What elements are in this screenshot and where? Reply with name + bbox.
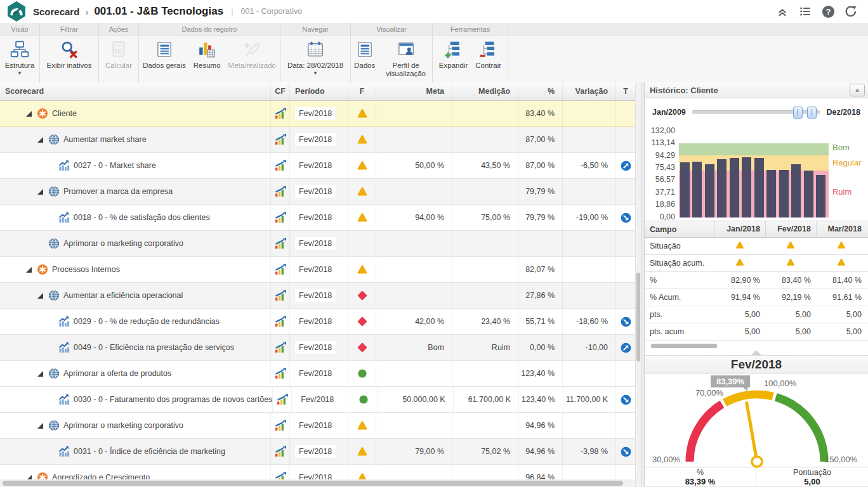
profile-window-icon <box>397 39 416 60</box>
trend-down-icon[interactable] <box>621 394 631 405</box>
table-row[interactable]: Aumentar a eficiência operacionalFev/201… <box>0 283 635 309</box>
horizontal-scrollbar[interactable] <box>0 479 635 487</box>
trend-down-icon[interactable] <box>621 446 631 457</box>
cf-chart-icon[interactable] <box>276 393 289 406</box>
contrair-button[interactable]: Contrair <box>472 39 504 70</box>
tree-expander-icon[interactable] <box>37 423 43 429</box>
cf-chart-icon[interactable] <box>274 419 287 432</box>
tree-expander-icon[interactable] <box>37 137 43 143</box>
resumo-button[interactable]: Resumo <box>190 39 224 70</box>
horizontal-scrollbar-thumb[interactable] <box>3 481 623 486</box>
period-cell: Fev/2018 <box>290 179 348 204</box>
refresh-icon[interactable] <box>844 4 858 18</box>
column-header-[interactable]: % <box>518 82 563 100</box>
estrutura-button[interactable]: Estrutura▼ <box>2 39 38 76</box>
cf-chart-icon[interactable] <box>274 367 287 380</box>
cf-chart-icon[interactable] <box>274 445 287 458</box>
slider-handle-start[interactable] <box>793 107 803 119</box>
column-header-t[interactable]: T <box>616 82 635 100</box>
cf-chart-icon[interactable] <box>274 263 287 276</box>
slider-handle-end[interactable] <box>807 107 817 119</box>
tree-expander-icon[interactable] <box>37 371 43 377</box>
ribbon-group-acoes: AçõesCalcular <box>99 23 139 82</box>
tree-expander-slot[interactable] <box>36 189 44 195</box>
trend-up-icon[interactable] <box>621 342 631 353</box>
column-header-variacao[interactable]: Variação <box>563 82 616 100</box>
status-cell <box>348 283 376 308</box>
expandir-button[interactable]: Expandir <box>436 39 471 70</box>
table-row[interactable]: 0027 - 0 - Market shareFev/201850,00 %43… <box>0 153 635 179</box>
tree-expander-slot[interactable] <box>36 371 44 377</box>
tree-expander-icon[interactable] <box>26 111 32 117</box>
meta-cell <box>376 231 452 256</box>
data-28-02-2018-button[interactable]: Data: 28/02/2018▼ <box>284 39 346 76</box>
fields-table-scrollbar[interactable] <box>645 341 868 350</box>
cf-chart-icon[interactable] <box>274 237 287 250</box>
table-row[interactable]: 0029 - 0 - % de redução de redundânciasF… <box>0 309 635 335</box>
ribbon-group-label: Dados do registro <box>139 23 280 36</box>
meta-cell <box>376 101 452 126</box>
cf-chart-icon[interactable] <box>274 289 287 302</box>
dados-button[interactable]: Dados <box>351 39 378 70</box>
history-panel: Histórico: Cliente » Jan/2009 Dez/2018 1… <box>644 82 868 487</box>
status-cell <box>348 257 376 282</box>
slider-track[interactable] <box>692 110 820 114</box>
tree-expander-icon[interactable] <box>37 293 43 299</box>
column-header-periodo[interactable]: Período <box>290 82 348 100</box>
perfil-de-visualizacao-button[interactable]: Perfil de visualização <box>379 39 432 78</box>
chevron-down-icon: ▼ <box>17 70 22 76</box>
tree-expander-slot[interactable] <box>36 137 44 143</box>
tree-expander-slot[interactable] <box>24 111 33 117</box>
fields-table-scrollbar-thumb[interactable] <box>651 344 717 348</box>
table-row[interactable]: ClienteFev/201883,40 % <box>0 101 635 127</box>
collapse-toolbar-icon[interactable] <box>775 4 789 18</box>
trend-up-icon[interactable] <box>621 160 631 171</box>
panel-expand-button[interactable]: » <box>850 84 865 96</box>
button-label: Calcular <box>105 62 132 70</box>
index-list-icon[interactable] <box>798 4 812 18</box>
column-header-scorecard[interactable]: Scorecard <box>0 82 271 100</box>
table-row[interactable]: 0031 - 0 - Índice de eficiência de marke… <box>0 439 635 465</box>
table-row[interactable]: Aprimorar o marketing corporativoFev/201… <box>0 413 635 439</box>
fields-column-jan-2018: Jan/2018 <box>714 221 765 237</box>
column-header-cf[interactable]: CF <box>271 82 290 100</box>
cf-chart-icon[interactable] <box>274 107 287 120</box>
tree-expander-slot[interactable] <box>36 293 44 299</box>
trend-down-icon[interactable] <box>621 212 631 223</box>
cf-chart-icon[interactable] <box>274 211 287 224</box>
fields-value: 91,94 % <box>714 293 765 302</box>
splitter-grip[interactable] <box>645 350 868 355</box>
column-header-meta[interactable]: Meta <box>376 82 452 100</box>
dados-gerais-button[interactable]: Dados gerais <box>140 39 189 70</box>
trend-down-icon[interactable] <box>621 316 631 327</box>
exibir-inativos-button[interactable]: Exibir inativos <box>44 39 95 70</box>
table-row[interactable]: 0030 - 0 - Faturamento dos programas de … <box>0 387 635 413</box>
vertical-scrollbar[interactable] <box>635 82 641 487</box>
table-row[interactable]: 0018 - 0 - % de satisfação dos clientesF… <box>0 205 635 231</box>
row-label: Aprimorar o marketing corporativo <box>63 421 183 430</box>
table-row[interactable]: Aprimorar a oferta de produtosFev/201812… <box>0 361 635 387</box>
cf-chart-icon[interactable] <box>274 185 287 198</box>
fields-value: 91,61 % <box>816 293 867 302</box>
tree-expander-slot[interactable] <box>36 423 44 429</box>
objective-icon <box>48 290 60 301</box>
cf-chart-icon[interactable] <box>274 159 287 172</box>
cf-chart-icon[interactable] <box>274 315 287 328</box>
tree-expander-slot[interactable] <box>24 267 33 273</box>
column-header-f[interactable]: F <box>348 82 376 100</box>
cf-chart-icon[interactable] <box>274 133 287 146</box>
table-row[interactable]: Aprimorar o marketing corporativoFev/201… <box>0 231 635 257</box>
cf-chart-icon[interactable] <box>274 341 287 354</box>
breadcrumb-app[interactable]: Scorecard <box>33 6 79 17</box>
history-bar <box>717 159 727 218</box>
tree-expander-icon[interactable] <box>26 267 32 273</box>
column-header-medicao[interactable]: Medição <box>452 82 518 100</box>
table-row[interactable]: 0049 - 0 - Eficiência na prestação de se… <box>0 335 635 361</box>
table-row[interactable]: Processos InternosFev/201882,07 % <box>0 257 635 283</box>
status-cell <box>348 231 376 256</box>
table-row[interactable]: Aumentar market shareFev/201887,00 % <box>0 127 635 153</box>
table-row[interactable]: Promover a marca da empresaFev/201879,79… <box>0 179 635 205</box>
vertical-scrollbar-thumb[interactable] <box>636 273 640 361</box>
tree-expander-icon[interactable] <box>37 189 43 195</box>
help-icon[interactable]: ? <box>821 4 835 18</box>
